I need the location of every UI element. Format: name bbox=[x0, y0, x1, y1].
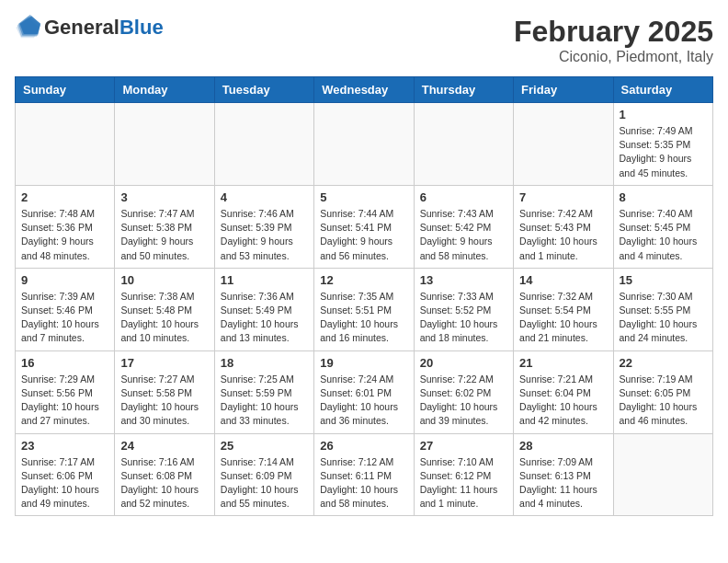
location: Ciconio, Piedmont, Italy bbox=[514, 49, 713, 65]
weekday-header: Friday bbox=[514, 77, 613, 103]
calendar-day-cell: 3Sunrise: 7:47 AM Sunset: 5:38 PM Daylig… bbox=[115, 185, 214, 268]
calendar-day-cell bbox=[16, 103, 115, 186]
calendar-day-cell: 5Sunrise: 7:44 AM Sunset: 5:41 PM Daylig… bbox=[314, 185, 414, 268]
day-info: Sunrise: 7:47 AM Sunset: 5:38 PM Dayligh… bbox=[120, 207, 208, 263]
title-block: February 2025 Ciconio, Piedmont, Italy bbox=[514, 15, 713, 65]
day-info: Sunrise: 7:39 AM Sunset: 5:46 PM Dayligh… bbox=[21, 290, 108, 346]
day-number: 17 bbox=[120, 356, 208, 370]
day-number: 10 bbox=[120, 273, 208, 287]
day-info: Sunrise: 7:42 AM Sunset: 5:43 PM Dayligh… bbox=[519, 207, 607, 263]
calendar-day-cell: 20Sunrise: 7:22 AM Sunset: 6:02 PM Dayli… bbox=[414, 350, 513, 433]
day-info: Sunrise: 7:44 AM Sunset: 5:41 PM Dayligh… bbox=[320, 207, 407, 263]
day-info: Sunrise: 7:24 AM Sunset: 6:01 PM Dayligh… bbox=[320, 373, 407, 429]
day-number: 15 bbox=[620, 273, 707, 287]
calendar-week-row: 1Sunrise: 7:49 AM Sunset: 5:35 PM Daylig… bbox=[16, 103, 713, 186]
calendar-day-cell bbox=[613, 433, 712, 516]
day-number: 7 bbox=[519, 190, 607, 204]
calendar-day-cell bbox=[214, 103, 313, 186]
day-number: 24 bbox=[120, 439, 208, 453]
calendar-day-cell: 26Sunrise: 7:12 AM Sunset: 6:11 PM Dayli… bbox=[314, 433, 414, 516]
weekday-header: Tuesday bbox=[214, 77, 313, 103]
logo-icon bbox=[15, 15, 40, 40]
calendar-day-cell bbox=[314, 103, 414, 186]
weekday-header-row: SundayMondayTuesdayWednesdayThursdayFrid… bbox=[16, 77, 713, 103]
day-info: Sunrise: 7:17 AM Sunset: 6:06 PM Dayligh… bbox=[21, 455, 108, 511]
calendar-day-cell: 4Sunrise: 7:46 AM Sunset: 5:39 PM Daylig… bbox=[214, 185, 313, 268]
calendar-day-cell: 1Sunrise: 7:49 AM Sunset: 5:35 PM Daylig… bbox=[613, 103, 712, 186]
page-header: General Blue February 2025 Ciconio, Pied… bbox=[15, 15, 713, 65]
day-info: Sunrise: 7:49 AM Sunset: 5:35 PM Dayligh… bbox=[620, 124, 707, 180]
day-number: 22 bbox=[620, 356, 707, 370]
svg-marker-3 bbox=[20, 16, 40, 34]
calendar-day-cell: 21Sunrise: 7:21 AM Sunset: 6:04 PM Dayli… bbox=[514, 350, 613, 433]
weekday-header: Thursday bbox=[414, 77, 513, 103]
logo-text: General Blue bbox=[44, 17, 164, 38]
day-info: Sunrise: 7:27 AM Sunset: 5:58 PM Dayligh… bbox=[120, 373, 208, 429]
day-number: 5 bbox=[320, 190, 407, 204]
day-info: Sunrise: 7:16 AM Sunset: 6:08 PM Dayligh… bbox=[120, 455, 208, 511]
calendar-day-cell bbox=[115, 103, 214, 186]
day-number: 23 bbox=[21, 439, 108, 453]
calendar-day-cell: 8Sunrise: 7:40 AM Sunset: 5:45 PM Daylig… bbox=[613, 185, 712, 268]
day-info: Sunrise: 7:10 AM Sunset: 6:12 PM Dayligh… bbox=[420, 455, 507, 511]
day-info: Sunrise: 7:46 AM Sunset: 5:39 PM Dayligh… bbox=[221, 207, 308, 263]
calendar-day-cell: 15Sunrise: 7:30 AM Sunset: 5:55 PM Dayli… bbox=[613, 268, 712, 350]
calendar-week-row: 9Sunrise: 7:39 AM Sunset: 5:46 PM Daylig… bbox=[16, 268, 713, 350]
day-number: 12 bbox=[320, 273, 407, 287]
calendar: SundayMondayTuesdayWednesdayThursdayFrid… bbox=[15, 76, 713, 516]
calendar-day-cell: 22Sunrise: 7:19 AM Sunset: 6:05 PM Dayli… bbox=[613, 350, 712, 433]
calendar-day-cell: 19Sunrise: 7:24 AM Sunset: 6:01 PM Dayli… bbox=[314, 350, 414, 433]
day-info: Sunrise: 7:25 AM Sunset: 5:59 PM Dayligh… bbox=[221, 373, 308, 429]
day-number: 21 bbox=[519, 356, 607, 370]
month-title: February 2025 bbox=[514, 15, 713, 49]
day-number: 13 bbox=[420, 273, 507, 287]
day-info: Sunrise: 7:12 AM Sunset: 6:11 PM Dayligh… bbox=[320, 455, 407, 511]
day-info: Sunrise: 7:09 AM Sunset: 6:13 PM Dayligh… bbox=[519, 455, 607, 511]
day-number: 20 bbox=[420, 356, 507, 370]
calendar-day-cell: 24Sunrise: 7:16 AM Sunset: 6:08 PM Dayli… bbox=[115, 433, 214, 516]
calendar-week-row: 2Sunrise: 7:48 AM Sunset: 5:36 PM Daylig… bbox=[16, 185, 713, 268]
calendar-day-cell: 25Sunrise: 7:14 AM Sunset: 6:09 PM Dayli… bbox=[214, 433, 313, 516]
logo: General Blue bbox=[15, 15, 164, 40]
day-info: Sunrise: 7:19 AM Sunset: 6:05 PM Dayligh… bbox=[620, 373, 707, 429]
day-info: Sunrise: 7:40 AM Sunset: 5:45 PM Dayligh… bbox=[620, 207, 707, 263]
day-info: Sunrise: 7:33 AM Sunset: 5:52 PM Dayligh… bbox=[420, 290, 507, 346]
calendar-day-cell: 18Sunrise: 7:25 AM Sunset: 5:59 PM Dayli… bbox=[214, 350, 313, 433]
logo-blue: Blue bbox=[119, 17, 164, 38]
day-number: 6 bbox=[420, 190, 507, 204]
day-info: Sunrise: 7:30 AM Sunset: 5:55 PM Dayligh… bbox=[620, 290, 707, 346]
day-number: 14 bbox=[519, 273, 607, 287]
calendar-week-row: 16Sunrise: 7:29 AM Sunset: 5:56 PM Dayli… bbox=[16, 350, 713, 433]
day-number: 11 bbox=[221, 273, 308, 287]
day-info: Sunrise: 7:43 AM Sunset: 5:42 PM Dayligh… bbox=[420, 207, 507, 263]
day-number: 1 bbox=[620, 108, 707, 121]
calendar-day-cell: 10Sunrise: 7:38 AM Sunset: 5:48 PM Dayli… bbox=[115, 268, 214, 350]
calendar-day-cell: 27Sunrise: 7:10 AM Sunset: 6:12 PM Dayli… bbox=[414, 433, 513, 516]
calendar-day-cell: 9Sunrise: 7:39 AM Sunset: 5:46 PM Daylig… bbox=[16, 268, 115, 350]
day-number: 18 bbox=[221, 356, 308, 370]
weekday-header: Wednesday bbox=[314, 77, 414, 103]
day-info: Sunrise: 7:14 AM Sunset: 6:09 PM Dayligh… bbox=[221, 455, 308, 511]
day-info: Sunrise: 7:36 AM Sunset: 5:49 PM Dayligh… bbox=[221, 290, 308, 346]
day-number: 9 bbox=[21, 273, 108, 287]
calendar-day-cell bbox=[414, 103, 513, 186]
day-number: 4 bbox=[221, 190, 308, 204]
weekday-header: Sunday bbox=[16, 77, 115, 103]
calendar-day-cell: 16Sunrise: 7:29 AM Sunset: 5:56 PM Dayli… bbox=[16, 350, 115, 433]
day-number: 16 bbox=[21, 356, 108, 370]
calendar-day-cell: 7Sunrise: 7:42 AM Sunset: 5:43 PM Daylig… bbox=[514, 185, 613, 268]
day-info: Sunrise: 7:32 AM Sunset: 5:54 PM Dayligh… bbox=[519, 290, 607, 346]
calendar-day-cell: 11Sunrise: 7:36 AM Sunset: 5:49 PM Dayli… bbox=[214, 268, 313, 350]
weekday-header: Monday bbox=[115, 77, 214, 103]
calendar-day-cell: 6Sunrise: 7:43 AM Sunset: 5:42 PM Daylig… bbox=[414, 185, 513, 268]
day-number: 3 bbox=[120, 190, 208, 204]
calendar-day-cell: 12Sunrise: 7:35 AM Sunset: 5:51 PM Dayli… bbox=[314, 268, 414, 350]
calendar-day-cell: 13Sunrise: 7:33 AM Sunset: 5:52 PM Dayli… bbox=[414, 268, 513, 350]
day-info: Sunrise: 7:21 AM Sunset: 6:04 PM Dayligh… bbox=[519, 373, 607, 429]
day-info: Sunrise: 7:35 AM Sunset: 5:51 PM Dayligh… bbox=[320, 290, 407, 346]
calendar-day-cell: 17Sunrise: 7:27 AM Sunset: 5:58 PM Dayli… bbox=[115, 350, 214, 433]
day-number: 2 bbox=[21, 190, 108, 204]
day-info: Sunrise: 7:29 AM Sunset: 5:56 PM Dayligh… bbox=[21, 373, 108, 429]
calendar-day-cell: 2Sunrise: 7:48 AM Sunset: 5:36 PM Daylig… bbox=[16, 185, 115, 268]
day-info: Sunrise: 7:48 AM Sunset: 5:36 PM Dayligh… bbox=[21, 207, 108, 263]
